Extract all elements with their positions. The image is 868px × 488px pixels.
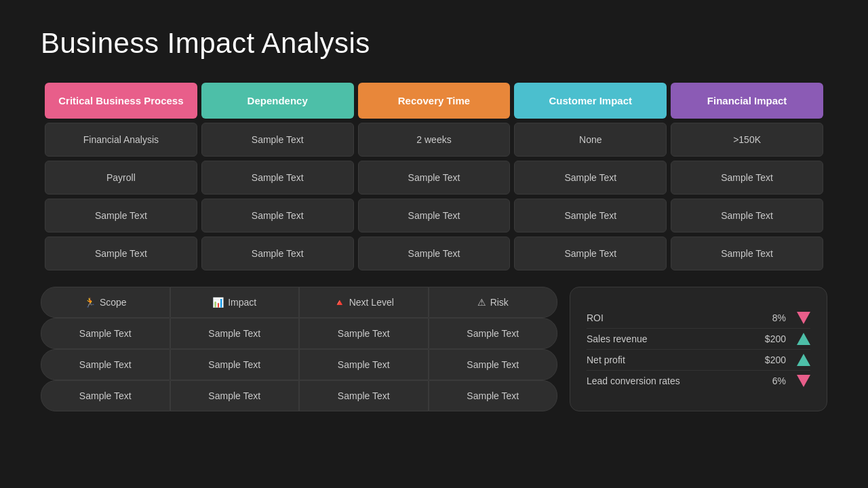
metric-label: ROI <box>587 312 604 323</box>
arrow-up-icon <box>797 354 810 366</box>
table-cell: Sample Text <box>429 318 558 349</box>
bottom-section: 🏃 Scope📊 Impact🔺 Next Level⚠ Risk Sample… <box>41 287 827 411</box>
table-cell: Sample Text <box>45 199 197 232</box>
metrics-card: ROI8%Sales revenue$200Net profit$200Lead… <box>570 287 827 411</box>
table-cell: Sample Text <box>41 380 170 411</box>
metric-value: 8% <box>772 312 786 323</box>
table-cell: Sample Text <box>514 237 667 270</box>
table-row: Sample TextSample TextSample TextSample … <box>41 349 557 380</box>
table-cell: Sample Text <box>299 318 429 349</box>
table-row: PayrollSample TextSample TextSample Text… <box>45 161 823 195</box>
table-cell: Sample Text <box>299 380 429 411</box>
table-cell: Sample Text <box>170 349 300 380</box>
table-cell: Sample Text <box>170 318 300 349</box>
table-row: Sample TextSample TextSample TextSample … <box>45 237 823 270</box>
table-cell: Sample Text <box>429 380 558 411</box>
scope-icon: 🏃 <box>84 297 96 308</box>
table-cell: >150K <box>671 123 823 157</box>
page-container: Business Impact Analysis Critical Busine… <box>0 0 868 488</box>
nextlevel-icon: 🔺 <box>334 297 345 308</box>
table-cell: None <box>514 123 667 157</box>
bottom-table-header: 🏃 Scope <box>41 287 170 318</box>
table-cell: Sample Text <box>41 349 170 380</box>
bottom-left: 🏃 Scope📊 Impact🔺 Next Level⚠ Risk Sample… <box>41 287 557 411</box>
page-title: Business Impact Analysis <box>41 27 827 60</box>
table-cell: Sample Text <box>201 199 354 232</box>
metric-row: Lead conversion rates6% <box>587 371 810 391</box>
table-cell: Sample Text <box>358 199 511 232</box>
table-cell: 2 weeks <box>358 123 511 157</box>
table-cell: Sample Text <box>45 237 197 270</box>
table-cell: Sample Text <box>201 237 354 270</box>
table-cell: Sample Text <box>671 199 823 232</box>
bottom-table-header: ⚠ Risk <box>429 287 558 318</box>
table-cell: Sample Text <box>201 161 354 195</box>
bottom-table: 🏃 Scope📊 Impact🔺 Next Level⚠ Risk Sample… <box>41 287 557 411</box>
metric-label: Lead conversion rates <box>587 375 680 386</box>
table-cell: Sample Text <box>671 237 823 270</box>
risk-icon: ⚠ <box>477 297 486 308</box>
metric-value: $200 <box>765 354 786 365</box>
table-cell: Payroll <box>45 161 197 195</box>
bottom-table-header: 📊 Impact <box>170 287 300 318</box>
header-label: Impact <box>228 297 256 308</box>
table-row: Sample TextSample TextSample TextSample … <box>45 199 823 232</box>
arrow-down-icon <box>797 375 810 387</box>
metric-value: 6% <box>772 375 786 386</box>
metric-row: Sales revenue$200 <box>587 329 810 350</box>
table-cell: Sample Text <box>671 161 823 195</box>
table-row: Sample TextSample TextSample TextSample … <box>41 380 557 411</box>
table-cell: Financial Analysis <box>45 123 197 157</box>
table-cell: Sample Text <box>358 237 511 270</box>
table-cell: Sample Text <box>514 199 667 232</box>
arrow-up-icon <box>797 333 810 345</box>
top-table-header: Dependency <box>201 83 354 119</box>
table-cell: Sample Text <box>299 349 429 380</box>
bottom-table-header: 🔺 Next Level <box>299 287 429 318</box>
metric-value: $200 <box>765 333 786 344</box>
header-label: Scope <box>100 297 127 308</box>
top-table-header: Customer Impact <box>514 83 667 119</box>
header-label: Risk <box>490 297 509 308</box>
table-cell: Sample Text <box>429 349 558 380</box>
table-cell: Sample Text <box>170 380 300 411</box>
table-row: Financial AnalysisSample Text2 weeksNone… <box>45 123 823 157</box>
table-cell: Sample Text <box>358 161 511 195</box>
metric-label: Net profit <box>587 354 625 365</box>
table-cell: Sample Text <box>201 123 354 157</box>
table-cell: Sample Text <box>41 318 170 349</box>
arrow-down-icon <box>797 312 810 324</box>
top-table-header: Recovery Time <box>358 83 511 119</box>
header-label: Next Level <box>349 297 394 308</box>
top-table-header: Financial Impact <box>671 83 823 119</box>
metric-row: ROI8% <box>587 308 810 329</box>
table-cell: Sample Text <box>514 161 667 195</box>
table-row: Sample TextSample TextSample TextSample … <box>41 318 557 349</box>
metric-label: Sales revenue <box>587 333 648 344</box>
metric-row: Net profit$200 <box>587 350 810 371</box>
impact-icon: 📊 <box>212 297 224 308</box>
top-table-header: Critical Business Process <box>45 83 197 119</box>
top-table: Critical Business ProcessDependencyRecov… <box>41 79 827 274</box>
